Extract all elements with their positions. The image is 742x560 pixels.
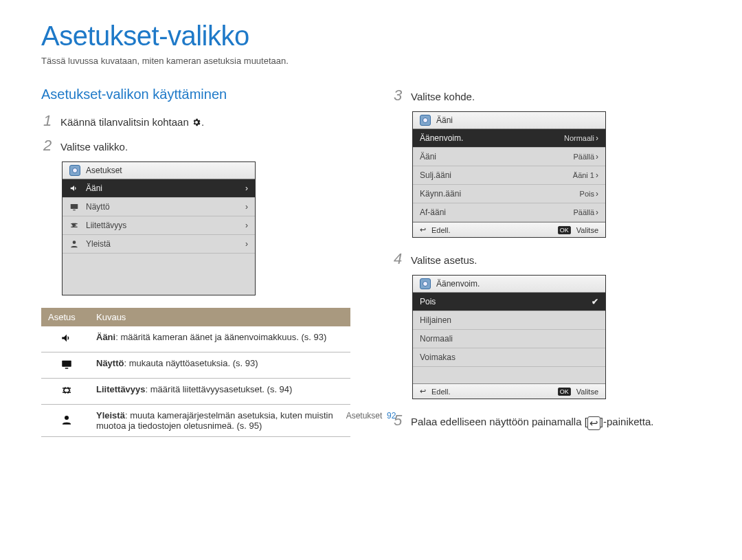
menu-row-label: Pois	[420, 297, 436, 306]
footer-section: Asetukset	[346, 411, 383, 421]
menu-screenshot-settings: Asetukset Ääni ›	[62, 161, 256, 295]
menu-row[interactable]: Ääni ›	[63, 179, 255, 198]
table-header-setting: Asetus	[41, 308, 89, 326]
connectivity-icon	[60, 384, 70, 394]
screen-header: Asetukset	[86, 166, 122, 175]
desc-bold: Näyttö	[96, 358, 124, 368]
menu-row[interactable]: Näyttö ›	[63, 198, 255, 216]
chevron-right-icon: ›	[596, 189, 598, 199]
display-icon	[69, 202, 79, 212]
step-3-text: Valitse kohde.	[411, 91, 475, 102]
menu-row-value: Päällä	[573, 208, 594, 216]
step-3: 3 Valitse kohde.	[392, 87, 701, 104]
menu-row-label: Käynn.ääni	[420, 189, 461, 199]
table-header-description: Kuvaus	[89, 308, 350, 326]
menu-row-label: Sulj.ääni	[420, 170, 451, 180]
desc-rest: : määritä kameran äänet ja äänenvoimakku…	[115, 332, 326, 342]
desc-bold: Liitettävyys	[96, 384, 146, 394]
chevron-right-icon: ›	[245, 202, 248, 212]
mode-dial-icon	[420, 278, 431, 289]
step-2: 2 Valitse valikko.	[41, 137, 350, 155]
chevron-right-icon: ›	[245, 221, 248, 230]
ok-badge: OK	[558, 388, 571, 396]
menu-row-label: Voimakas	[420, 352, 456, 362]
section-heading: Asetukset-valikon käyttäminen	[41, 87, 350, 102]
svg-rect-3	[62, 361, 71, 367]
step-1: 1 Käännä tilanvalitsin kohtaan .	[41, 112, 350, 130]
footer-select: Valitse	[576, 388, 598, 396]
menu-row-label: Äänenvoim.	[420, 133, 463, 143]
svg-rect-1	[73, 210, 76, 210]
footer-prev: Edell.	[431, 388, 451, 396]
menu-row[interactable]: Af-ääni Päällä›	[413, 203, 605, 222]
menu-row[interactable]: Äänenvoim. Normaali›	[413, 129, 605, 148]
sound-icon	[69, 183, 79, 193]
chevron-right-icon: ›	[596, 133, 598, 143]
menu-screenshot-volume: Äänenvoim. Pois ✔ Hiljainen Normaali Voi…	[412, 275, 606, 399]
svg-point-2	[73, 240, 76, 244]
chevron-right-icon: ›	[245, 239, 248, 249]
step-number: 3	[392, 87, 404, 104]
gear-icon	[192, 117, 201, 127]
page-footer: Asetukset 92	[0, 411, 742, 421]
step-1-text-post: .	[201, 116, 204, 128]
menu-row[interactable]: Sulj.ääni Ääni 1›	[413, 166, 605, 185]
menu-row[interactable]: Ääni Päällä›	[413, 148, 605, 166]
screen-header: Ääni	[436, 115, 453, 125]
desc-rest: : mukauta näyttöasetuksia. (s. 93)	[124, 358, 258, 368]
menu-row[interactable]: Hiljainen	[413, 311, 605, 330]
back-icon: ↩	[420, 387, 426, 396]
step-4-text: Valitse asetus.	[411, 254, 477, 266]
display-icon	[60, 358, 70, 368]
step-1-text-pre: Käännä tilanvalitsin kohtaan	[60, 116, 192, 128]
step-number: 1	[41, 112, 54, 130]
menu-row[interactable]: Voimakas	[413, 348, 605, 367]
step-number: 4	[392, 250, 404, 268]
mode-dial-icon	[420, 115, 431, 126]
menu-row-label: Ääni	[420, 152, 436, 161]
page-title: Asetukset-valikko	[41, 21, 701, 52]
chevron-right-icon: ›	[596, 208, 598, 217]
menu-row[interactable]: Liitettävyys ›	[63, 216, 255, 235]
step-2-text: Valitse valikko.	[60, 141, 128, 153]
menu-row-label: Näyttö	[86, 202, 110, 212]
menu-row-label: Hiljainen	[420, 315, 451, 325]
menu-row-value: Ääni 1	[573, 171, 594, 179]
menu-row-label: Normaali	[420, 334, 453, 344]
desc-rest: : määritä liitettävyysasetukset. (s. 94)	[146, 384, 293, 394]
table-row: Näyttö: mukauta näyttöasetuksia. (s. 93)	[41, 352, 350, 379]
connectivity-icon	[69, 221, 79, 230]
chevron-right-icon: ›	[596, 152, 598, 161]
menu-row-label: Af-ääni	[420, 208, 446, 217]
svg-rect-0	[71, 204, 78, 209]
footer-select: Valitse	[576, 226, 598, 234]
menu-row-label: Ääni	[86, 183, 102, 193]
menu-row[interactable]: Yleistä ›	[63, 235, 255, 254]
step-number: 2	[41, 137, 54, 155]
menu-row-value: Päällä	[573, 153, 594, 161]
footer-prev: Edell.	[431, 226, 451, 234]
menu-screenshot-sound: Ääni Äänenvoim. Normaali› Ääni Päällä› S…	[412, 111, 606, 238]
footer-page-number: 92	[387, 411, 396, 421]
chevron-right-icon: ›	[596, 170, 598, 180]
menu-row-value: Pois	[580, 190, 594, 198]
desc-bold: Ääni	[96, 332, 115, 342]
table-row: Yleistä: muuta kamerajärjestelmän asetuk…	[41, 405, 350, 437]
menu-row-value: Normaali	[564, 134, 594, 142]
table-row: Ääni: määritä kameran äänet ja äänenvoim…	[41, 326, 350, 352]
ok-badge: OK	[558, 226, 571, 234]
screen-header: Äänenvoim.	[436, 279, 480, 289]
table-row: Liitettävyys: määritä liitettävyysasetuk…	[41, 379, 350, 405]
checkmark-icon: ✔	[592, 297, 598, 306]
mode-dial-icon	[69, 165, 80, 176]
menu-row-label: Yleistä	[86, 239, 111, 249]
sound-icon	[60, 332, 70, 341]
page-intro: Tässä luvussa kuvataan, miten kameran as…	[41, 56, 701, 66]
menu-row[interactable]: Pois ✔	[413, 293, 605, 311]
chevron-right-icon: ›	[245, 183, 248, 193]
svg-rect-4	[65, 368, 69, 369]
step-4: 4 Valitse asetus.	[392, 250, 701, 268]
general-icon	[69, 239, 79, 249]
menu-row[interactable]: Käynn.ääni Pois›	[413, 185, 605, 203]
menu-row[interactable]: Normaali	[413, 330, 605, 348]
